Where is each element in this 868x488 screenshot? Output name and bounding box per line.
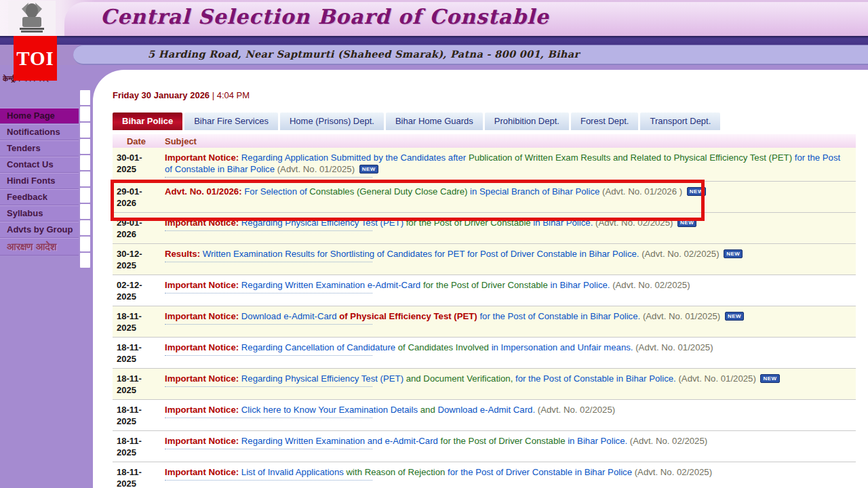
notice-date: 30-01-2025 bbox=[113, 152, 160, 178]
sidebar-tick bbox=[80, 106, 90, 121]
notice-text-segment: Important Notice: bbox=[165, 218, 239, 228]
dotted-underline bbox=[165, 478, 372, 481]
notice-text-segment: Important Notice: bbox=[165, 436, 239, 446]
notice-text-segment: Important Notice: bbox=[165, 405, 239, 415]
notice-link[interactable]: Important Notice: Regarding Written Exam… bbox=[160, 279, 856, 302]
dotted-underline bbox=[165, 353, 372, 356]
notice-text-segment: Important Notice: bbox=[165, 342, 239, 352]
notice-link[interactable]: Important Notice: Regarding Written Exam… bbox=[160, 435, 856, 458]
sidebar-item-syllabus[interactable]: Syllabus bbox=[0, 205, 79, 222]
notice-text-segment: for the Post of Driver Constable bbox=[441, 436, 566, 446]
new-badge: NEW bbox=[724, 249, 743, 258]
sidebar-item-tenders[interactable]: Tenders bbox=[0, 140, 79, 157]
notice-text-segment: in Bihar Police. bbox=[551, 280, 610, 290]
sidebar-tick bbox=[80, 188, 90, 203]
notice-link[interactable]: Advt. No. 01/2026: For Selection of Cons… bbox=[160, 186, 856, 209]
notice-date: 18-11-2025 bbox=[113, 310, 160, 333]
dotted-underline bbox=[165, 260, 372, 262]
notice-text-segment: in Special Branch of Bihar Police bbox=[470, 186, 599, 197]
notice-text-segment: Important Notice: bbox=[165, 311, 239, 321]
tab-bihar-police[interactable]: Bihar Police bbox=[113, 113, 182, 130]
notice-date: 18-11-2025 bbox=[113, 435, 160, 458]
page-body: Home PageNotificationsTendersContact UsH… bbox=[0, 65, 868, 488]
new-badge: NEW bbox=[725, 312, 744, 321]
tab-forest-dept[interactable]: Forest Dept. bbox=[571, 113, 639, 130]
notice-text-segment: in Bihar Police. bbox=[568, 436, 627, 446]
notice-text-segment: List of Invalid Applications bbox=[241, 467, 344, 477]
notice-text-segment: (Advt. No. 01/2025) bbox=[277, 164, 355, 174]
notice-text-segment: for the Post of Constable in Bihar Polic… bbox=[515, 373, 676, 384]
notice-link[interactable]: Important Notice: Regarding Physical Eff… bbox=[160, 217, 856, 240]
notice-link[interactable]: Important Notice: Regarding Application … bbox=[160, 152, 856, 178]
notices-list: 30-01-2025Important Notice: Regarding Ap… bbox=[113, 148, 856, 488]
notice-row: 18-11-2025Important Notice: Click here t… bbox=[113, 400, 856, 431]
tab-bihar-fire-services[interactable]: Bihar Fire Services bbox=[184, 113, 278, 130]
sidebar-tick bbox=[80, 123, 90, 138]
sidebar-tick bbox=[80, 171, 90, 186]
notice-text-segment: and Document Verification, bbox=[406, 373, 513, 384]
notice-text-segment: (Advt. No. 02/2025) bbox=[612, 280, 690, 290]
notice-link[interactable]: Important Notice: Regarding Cancellation… bbox=[160, 342, 856, 365]
sidebar-tick-strip bbox=[80, 90, 90, 269]
sidebar-item-home-page[interactable]: Home Page bbox=[0, 108, 79, 124]
sidebar-item-contact-us[interactable]: Contact Us bbox=[0, 157, 79, 173]
bihar-government-emblem-image bbox=[8, 1, 56, 35]
notice-text-segment: of Candidates Involved bbox=[398, 342, 489, 352]
notice-row: 29-01-2026Important Notice: Regarding Ph… bbox=[113, 213, 856, 244]
notice-text-segment: in Impersonation and Unfair means. bbox=[492, 342, 633, 352]
notice-text-segment: Written Examination Results for Shortlis… bbox=[203, 249, 639, 259]
sidebar-tick bbox=[80, 90, 90, 105]
tab-transport-dept[interactable]: Transport Dept. bbox=[640, 113, 720, 130]
dotted-underline bbox=[165, 384, 372, 387]
notice-date: 18-11-2025 bbox=[113, 404, 160, 427]
column-header-date: Date bbox=[113, 136, 160, 146]
notice-row: 29-01-2026Advt. No. 01/2026: For Selecti… bbox=[113, 182, 856, 213]
notice-link[interactable]: Results: Written Examination Results for… bbox=[160, 248, 856, 271]
tab-prohibition-dept[interactable]: Prohibition Dept. bbox=[485, 113, 569, 130]
notice-link[interactable]: Important Notice: List of Invalid Applic… bbox=[160, 466, 856, 488]
sidebar-item-notifications[interactable]: Notifications bbox=[0, 124, 79, 140]
notice-text-segment: Important Notice: bbox=[165, 373, 239, 384]
notice-link[interactable]: Important Notice: Regarding Physical Eff… bbox=[160, 373, 856, 396]
notice-text-segment: Publication of Written Exam Results and … bbox=[469, 152, 792, 163]
emblem-icon bbox=[8, 1, 56, 35]
notice-date: 29-01-2026 bbox=[113, 186, 160, 209]
column-header-subject: Subject bbox=[160, 136, 856, 146]
notice-text-segment: Important Notice: bbox=[165, 152, 239, 163]
tab-bihar-home-guards[interactable]: Bihar Home Guards bbox=[386, 113, 483, 130]
dotted-underline bbox=[165, 415, 372, 418]
content-inner: Friday 30 January 2026 | 4:04 PM Bihar P… bbox=[93, 70, 868, 488]
sidebar-item-item[interactable]: आरक्षण आदेश bbox=[0, 238, 79, 256]
sidebar-tick bbox=[80, 253, 90, 268]
notice-link[interactable]: Important Notice: Click here to Know You… bbox=[160, 404, 856, 427]
sidebar-item-advts-by-group[interactable]: Advts by Group bbox=[0, 222, 79, 238]
dotted-underline bbox=[165, 447, 372, 449]
notice-link[interactable]: Important Notice: Download e-Admit-Card … bbox=[160, 310, 856, 333]
notice-text-segment: Constables (General Duty Close Cadre) bbox=[309, 186, 467, 197]
notice-text-segment: Important Notice: bbox=[165, 467, 239, 477]
notice-row: 18-11-2025Important Notice: List of Inva… bbox=[113, 462, 856, 488]
new-badge: NEW bbox=[359, 165, 378, 174]
sidebar-item-feedback[interactable]: Feedback bbox=[0, 189, 79, 205]
address-band: 5 Harding Road, Near Saptmurti (Shaheed … bbox=[0, 45, 868, 65]
sidebar-tick bbox=[80, 237, 90, 251]
notice-row: 02-12-2025Important Notice: Regarding Wr… bbox=[113, 275, 856, 306]
sidebar-item-hindi-fonts[interactable]: Hindi Fonts bbox=[0, 173, 79, 189]
notice-text-segment: for the Post of Driver Constable bbox=[423, 280, 548, 290]
datetime-separator: | bbox=[210, 90, 217, 100]
dotted-underline bbox=[165, 291, 372, 293]
toi-logo: TOI bbox=[14, 36, 57, 81]
content-layer: Friday 30 January 2026 | 4:04 PM Bihar P… bbox=[93, 70, 868, 488]
notice-text-segment: for the Post of Constable in Bihar Polic… bbox=[479, 311, 640, 321]
notice-text-segment: Regarding Written Examination e-Admit-Ca… bbox=[241, 280, 420, 290]
notice-row: 18-11-2025Important Notice: Regarding Wr… bbox=[113, 431, 856, 462]
board-address: 5 Harding Road, Near Saptmurti (Shaheed … bbox=[148, 48, 579, 60]
header-divider-stripe bbox=[0, 36, 868, 45]
notice-text-segment: of Physical Efficiency Test (PET) bbox=[339, 311, 477, 321]
department-tabs: Bihar PoliceBihar Fire ServicesHome (Pri… bbox=[113, 113, 856, 130]
header-title-band: Central Selection Board of Constable bbox=[0, 0, 868, 36]
notice-text-segment: (Advt. No. 02/2025) bbox=[635, 467, 712, 477]
datetime-line: Friday 30 January 2026 | 4:04 PM bbox=[113, 90, 856, 101]
csbc-homepage: Central Selection Board of Constable 5 H… bbox=[0, 0, 868, 488]
tab-home-prisons-dept[interactable]: Home (Prisons) Dept. bbox=[280, 113, 384, 130]
